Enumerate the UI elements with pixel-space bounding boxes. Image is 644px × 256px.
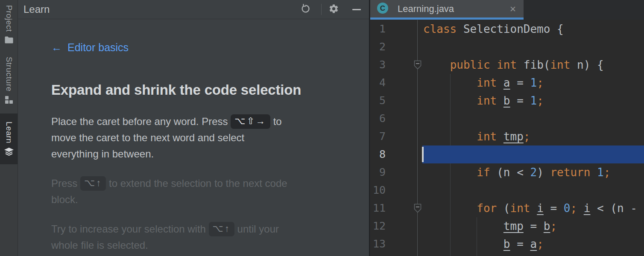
gutter-line-number[interactable]: 6: [370, 110, 386, 128]
code-line[interactable]: int a = 1;: [423, 74, 544, 92]
tab-learning-java[interactable]: C Learning.java ✕: [370, 0, 524, 20]
stripe-tab-label: Project: [4, 5, 14, 32]
sidebar-item-project[interactable]: Project: [0, 3, 18, 46]
tutorial-paragraph: Place the caret before any word. Press ⌥…: [51, 113, 353, 162]
tutorial-paragraph: Press ⌥↑ to extend the selection to the …: [51, 175, 353, 208]
gutter-line-number[interactable]: 12: [370, 217, 386, 235]
tutorial-paragraph: Try to increase your selection with ⌥↑ u…: [51, 221, 353, 253]
folder-icon: [5, 36, 13, 44]
gutter-line-number[interactable]: 13: [370, 235, 386, 253]
gutter-fold-line: [417, 20, 418, 256]
settings-button[interactable]: [326, 3, 341, 16]
sidebar-item-structure[interactable]: Structure: [0, 53, 18, 108]
gutter-line-number[interactable]: 4: [370, 74, 386, 92]
fold-marker-icon[interactable]: [414, 204, 422, 215]
gutter-line-number[interactable]: 2: [370, 38, 386, 56]
lesson-title: Expand and shrink the code selection: [51, 82, 301, 98]
code-line[interactable]: tmp = b;: [423, 217, 557, 235]
structure-icon: [5, 96, 13, 104]
stripe-tab-label: Learn: [4, 122, 14, 143]
gutter-line-number[interactable]: 5: [370, 92, 386, 110]
gutter-line-number[interactable]: 1: [370, 20, 386, 38]
gutter-line-number[interactable]: 8: [370, 145, 386, 163]
code-editor[interactable]: 12345678910111213 class SelectionDemo { …: [370, 20, 644, 256]
learn-tool-window: Learn ←Editor basics Expand and shrink t…: [18, 0, 369, 256]
code-line[interactable]: for (int i = 0; i < (n - 2); i++) {: [423, 199, 644, 217]
restart-icon: [300, 3, 311, 16]
text-caret: [422, 147, 424, 162]
back-arrow-icon: ←: [51, 41, 62, 53]
stripe-tab-label: Structure: [4, 57, 14, 92]
back-link-label: Editor basics: [67, 41, 129, 53]
tool-window-stripe: Project Structure Learn: [0, 0, 18, 256]
learn-icon: [4, 148, 14, 156]
panel-title: Learn: [23, 0, 50, 19]
ide-window: { "colors": { "accent_tab_underline": "#…: [0, 0, 644, 256]
gutter-line-number[interactable]: 11: [370, 199, 386, 217]
gutter-line-number[interactable]: 10: [370, 181, 386, 199]
code-line[interactable]: if (n < 2) return 1;: [423, 163, 610, 181]
sidebar-item-learn[interactable]: Learn: [0, 113, 18, 164]
active-tab-underline: [370, 17, 524, 20]
learn-panel-header: Learn: [18, 0, 369, 19]
back-to-editor-basics-link[interactable]: ←Editor basics: [51, 41, 129, 54]
editor-area: C Learning.java ✕ 12345678910111213 clas…: [370, 0, 644, 256]
keyboard-shortcut-badge: ⌥↑: [80, 176, 106, 191]
code-line[interactable]: int tmp;: [423, 128, 530, 145]
java-class-icon: C: [377, 3, 388, 14]
gutter-line-number[interactable]: 9: [370, 163, 386, 181]
minimize-icon: [352, 9, 361, 10]
hide-panel-button[interactable]: [349, 3, 364, 16]
tab-label: Learning.java: [398, 0, 454, 18]
settings-gear-icon: [328, 3, 339, 16]
code-line[interactable]: int b = 1;: [423, 92, 544, 110]
tab-close-icon[interactable]: ✕: [509, 0, 516, 18]
gutter-line-number[interactable]: 7: [370, 128, 386, 145]
fold-marker-icon[interactable]: [414, 60, 422, 71]
selected-line-highlight: [422, 145, 644, 163]
code-line[interactable]: b = a;: [423, 235, 544, 253]
code-line[interactable]: class SelectionDemo {: [423, 20, 564, 38]
keyboard-shortcut-badge: ⌥↑: [209, 222, 234, 236]
keyboard-shortcut-badge: ⌥⇧→: [231, 114, 270, 129]
code-line[interactable]: public int fib(int n) {: [423, 56, 604, 74]
toolbar-divider: [321, 4, 322, 15]
editor-tab-bar: C Learning.java ✕: [370, 0, 644, 20]
gutter-line-number[interactable]: 3: [370, 56, 386, 74]
restart-lesson-button[interactable]: [298, 3, 313, 16]
lesson-instructions: Place the caret before any word. Press ⌥…: [51, 113, 353, 256]
